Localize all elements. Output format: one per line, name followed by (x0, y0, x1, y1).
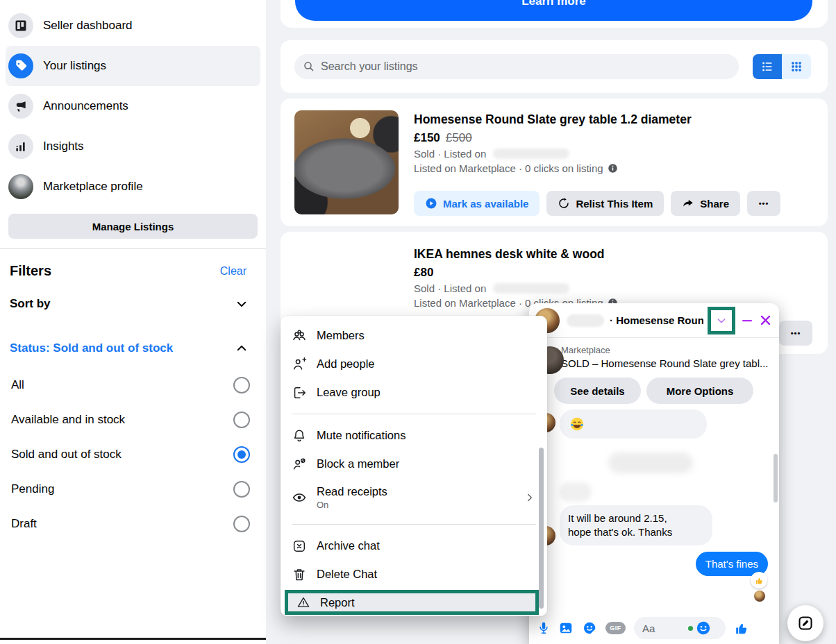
members-icon (292, 328, 307, 344)
message-input-pill[interactable] (634, 617, 726, 639)
menu-item-delete-chat[interactable]: Delete Chat (281, 560, 547, 588)
sidebar-item-announcements[interactable]: Announcements (6, 86, 260, 126)
sidebar-item-label: Seller dashboard (43, 19, 133, 33)
share-button[interactable]: Share (671, 191, 740, 216)
menu-divider (292, 524, 536, 525)
listing-meta: Listed on Marketplace · 0 clicks on list… (414, 162, 603, 174)
sort-by-label: Sort by (10, 297, 51, 311)
chevron-down-icon[interactable] (716, 315, 727, 326)
radio-button[interactable] (233, 377, 250, 393)
see-details-button[interactable]: See details (554, 378, 641, 404)
sidebar-item-marketplace-profile[interactable]: Marketplace profile (6, 167, 260, 207)
sidebar-item-label: Insights (43, 139, 84, 153)
thumbs-up-reaction (751, 572, 767, 588)
search-input[interactable] (321, 60, 730, 73)
report-highlight-box: Report (285, 590, 539, 615)
menu-divider (292, 414, 536, 414)
manage-listings-button[interactable]: Manage Listings (8, 214, 258, 239)
filters-title: Filters (10, 263, 51, 279)
sidebar-item-label: Your listings (43, 59, 106, 73)
thumbs-up-icon[interactable] (734, 620, 749, 636)
more-options-dots-button[interactable]: ••• (779, 321, 812, 346)
chat-options-menu: Members Add people Leave group Mute noti… (281, 316, 547, 616)
chat-header[interactable]: · Homesense Roun.. (529, 303, 779, 338)
listing-title[interactable]: IKEA hemnes desk white & wood (414, 247, 814, 262)
learn-more-button[interactable]: Learn more (295, 0, 812, 21)
menu-item-archive-chat[interactable]: Archive chat (281, 532, 547, 560)
seen-indicator-avatar (754, 591, 765, 602)
add-person-icon (292, 357, 307, 372)
radio-button[interactable] (233, 481, 250, 498)
chat-scrollbar[interactable] (774, 454, 778, 502)
grid-view-button[interactable] (782, 54, 811, 79)
bar-chart-icon (8, 134, 33, 159)
minimize-icon[interactable] (741, 314, 753, 327)
redacted-text (493, 283, 569, 294)
search-card (281, 40, 828, 93)
sidebar: Seller dashboard Your listings Announcem… (0, 0, 266, 644)
sidebar-item-your-listings[interactable]: Your listings (6, 46, 260, 86)
chat-title: · Homesense Roun.. (610, 314, 703, 326)
context-label: Marketplace (561, 345, 771, 355)
emoji-picker-icon[interactable] (696, 620, 711, 636)
messenger-chat-window: · Homesense Roun.. Marketplace SOLD – Ho… (529, 303, 779, 644)
listing-card-homesense-table: Homesense Round Slate grey table 1.2 dia… (281, 99, 828, 226)
clear-filters-link[interactable]: Clear (220, 265, 246, 278)
megaphone-icon (8, 94, 33, 119)
sidebar-nav: Seller dashboard Your listings Announcem… (0, 0, 266, 207)
sort-by-section[interactable]: Sort by (0, 285, 266, 323)
menu-item-members[interactable]: Members (281, 321, 547, 350)
leave-icon (292, 385, 307, 400)
menu-item-read-receipts[interactable]: Read receipts On (281, 478, 547, 517)
status-option-draft[interactable]: Draft (0, 507, 266, 541)
context-title: SOLD – Homesense Round Slate grey tabl..… (561, 357, 769, 369)
chevron-up-icon (235, 342, 248, 355)
sidebar-item-insights[interactable]: Insights (6, 126, 260, 167)
sticker-icon[interactable] (582, 620, 597, 636)
radio-button-selected[interactable] (233, 446, 250, 463)
message-bubble-emoji (560, 409, 707, 439)
relist-button[interactable]: Relist This Item (546, 191, 664, 216)
radio-button[interactable] (233, 516, 250, 532)
new-message-fab[interactable] (787, 605, 824, 641)
menu-item-block-member[interactable]: Block a member (281, 450, 547, 478)
window-bottom-edge (0, 638, 266, 640)
message-input[interactable] (642, 622, 685, 634)
listing-original-price: £500 (446, 131, 472, 144)
menu-item-add-people[interactable]: Add people (281, 350, 547, 378)
radio-button[interactable] (233, 412, 250, 428)
play-circle-icon (425, 197, 437, 210)
more-options-dots-button[interactable]: ••• (747, 191, 780, 216)
bell-icon (292, 428, 307, 443)
warning-triangle-icon (296, 595, 310, 609)
listing-title[interactable]: Homesense Round Slate grey table 1.2 dia… (414, 112, 814, 127)
menu-scrollbar[interactable] (539, 448, 544, 609)
menu-item-report[interactable]: Report (288, 593, 535, 611)
menu-item-mute-notifications[interactable]: Mute notifications (281, 421, 547, 450)
more-options-button[interactable]: More Options (646, 378, 753, 404)
tag-icon (8, 53, 33, 78)
status-option-sold[interactable]: Sold and out of stock (0, 437, 266, 472)
mark-as-available-button[interactable]: Mark as available (414, 191, 540, 216)
gif-icon[interactable]: GIF (605, 622, 626, 634)
menu-item-leave-group[interactable]: Leave group (281, 378, 547, 407)
status-option-all[interactable]: All (0, 368, 266, 402)
chat-messages: It will be around 2.15, hope that's ok. … (529, 412, 779, 616)
info-icon[interactable] (608, 163, 618, 173)
microphone-icon[interactable] (537, 621, 550, 635)
photo-icon[interactable] (558, 620, 574, 636)
read-receipts-state: On (317, 500, 387, 510)
status-filter-label: Status: Sold and out of stock (10, 341, 173, 355)
listing-photo[interactable] (294, 110, 399, 214)
list-view-button[interactable] (753, 54, 782, 79)
marketplace-context: Marketplace SOLD – Homesense Round Slate… (529, 338, 779, 412)
status-filter-section[interactable]: Status: Sold and out of stock (0, 329, 266, 368)
sidebar-item-seller-dashboard[interactable]: Seller dashboard (6, 6, 260, 46)
search-bar[interactable] (294, 54, 739, 79)
sidebar-item-label: Announcements (43, 99, 128, 113)
status-option-available[interactable]: Available and in stock (0, 402, 266, 437)
profile-avatar (8, 174, 33, 199)
close-icon[interactable] (759, 314, 772, 327)
status-option-pending[interactable]: Pending (0, 472, 266, 507)
listing-price: £150 (414, 131, 440, 144)
